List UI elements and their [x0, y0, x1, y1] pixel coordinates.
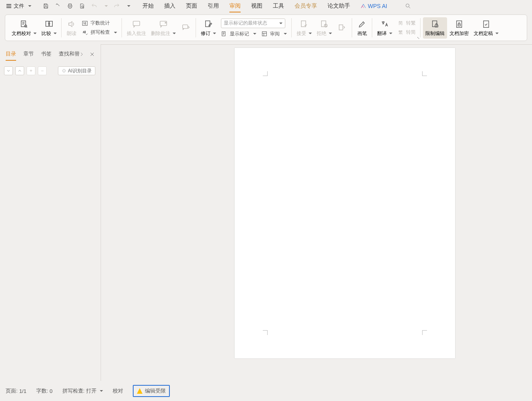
show-markup-button[interactable]: 显示标记: [221, 31, 256, 37]
redo-icon[interactable]: [113, 3, 120, 9]
delete-comment-button[interactable]: 删除批注: [148, 17, 178, 39]
sidebar-tab-find-replace[interactable]: 查找和替: [59, 50, 80, 58]
tab-reference[interactable]: 引用: [208, 1, 219, 11]
sidebar-close-icon[interactable]: [89, 51, 95, 58]
document-canvas[interactable]: [101, 44, 532, 381]
tab-tools[interactable]: 工具: [273, 1, 284, 11]
chevron-down-icon: [173, 33, 176, 34]
read-aloud-label: 朗读: [67, 30, 76, 37]
doc-compare-icon: [19, 19, 29, 29]
accept-label: 接受: [297, 30, 306, 37]
chevron-down-icon: [33, 33, 37, 34]
search-icon[interactable]: [405, 3, 411, 9]
insert-comment-label: 插入批注: [127, 30, 146, 37]
tab-start[interactable]: 开始: [142, 1, 154, 11]
traditional-char-icon: 繁: [397, 29, 404, 36]
undo-dropdown-icon[interactable]: [105, 5, 108, 7]
print-preview-icon[interactable]: [79, 3, 85, 9]
change-nav-icon: [337, 23, 347, 33]
chevron-down-icon: [213, 33, 216, 34]
toc-next-button[interactable]: [4, 66, 13, 75]
comment-nav-button[interactable]: [178, 21, 194, 35]
svg-rect-7: [133, 21, 140, 25]
accept-button[interactable]: 接受: [294, 17, 314, 39]
print-icon[interactable]: [67, 3, 73, 9]
delete-comment-label: 删除批注: [151, 30, 170, 37]
pen-icon: [357, 19, 367, 29]
tab-thesis[interactable]: 论文助手: [328, 1, 350, 11]
tab-insert[interactable]: 插入: [164, 1, 175, 11]
tab-member[interactable]: 会员专享: [295, 1, 317, 11]
tab-review[interactable]: 审阅: [229, 1, 241, 11]
chevron-down-icon: [284, 33, 287, 35]
svg-rect-21: [484, 21, 489, 27]
status-page[interactable]: 页面: 1/1: [6, 387, 27, 395]
review-pane-label: 审阅: [270, 31, 280, 37]
delete-comment-icon: [158, 19, 169, 29]
chevron-down-icon: [114, 32, 117, 33]
to-traditional-button[interactable]: 简 转繁: [397, 20, 416, 27]
restrict-editing-button[interactable]: 限制编辑: [423, 17, 447, 39]
finalize-doc-button[interactable]: 文档定稿: [471, 17, 501, 39]
tab-view[interactable]: 视图: [251, 1, 262, 11]
reject-button[interactable]: 拒绝: [314, 17, 334, 39]
chevron-down-icon: [279, 23, 282, 24]
sidebar-tab-bookmark[interactable]: 书签: [41, 50, 52, 58]
page-margin-corner: [263, 330, 268, 335]
save-icon[interactable]: [43, 3, 49, 9]
status-word-count[interactable]: 字数: 0: [36, 387, 53, 395]
svg-rect-12: [262, 32, 267, 36]
to-traditional-label: 转繁: [406, 20, 416, 27]
svg-rect-2: [21, 21, 26, 27]
display-mode-value: 显示标记的最终状态: [224, 20, 267, 27]
toc-prev-button[interactable]: [15, 66, 24, 75]
hamburger-icon: [6, 4, 11, 8]
ai-toc-button[interactable]: AI识别目录: [58, 66, 95, 75]
encrypt-doc-icon: [454, 19, 464, 29]
ribbon: 文档校对 比较 朗读 字数统计 拼写检查 插入批注: [5, 14, 527, 41]
change-nav-button[interactable]: [334, 21, 350, 35]
qat-more-icon[interactable]: [127, 5, 130, 7]
toc-expand-button[interactable]: +: [27, 66, 35, 75]
sync-icon[interactable]: [55, 3, 61, 9]
insert-comment-button[interactable]: 插入批注: [124, 17, 148, 39]
spell-check-label: 拼写检查: [91, 29, 110, 36]
encrypt-doc-label: 文档加密: [450, 30, 469, 37]
status-proofread[interactable]: 校对: [113, 387, 123, 395]
sidebar-tab-scroll-icon[interactable]: [78, 51, 85, 58]
tab-wpsai[interactable]: WPS AI: [361, 1, 387, 11]
read-aloud-button[interactable]: 朗读: [64, 17, 79, 39]
status-edit-restricted-label: 编辑受限: [145, 387, 166, 395]
sidebar-tab-chapter[interactable]: 章节: [23, 50, 34, 58]
status-page-value: 1/1: [19, 388, 27, 394]
encrypt-doc-button[interactable]: 文档加密: [447, 17, 471, 39]
sidebar-tab-toc[interactable]: 目录: [6, 50, 16, 58]
status-word-value: 0: [49, 388, 52, 394]
translate-button[interactable]: 翻译: [375, 17, 395, 39]
file-menu[interactable]: 文件: [3, 1, 35, 11]
to-simplified-button[interactable]: 繁 转简: [397, 29, 416, 36]
svg-rect-14: [322, 21, 326, 27]
spell-check-button[interactable]: 拼写检查: [82, 29, 117, 36]
chevron-down-icon: [100, 390, 103, 392]
read-aloud-icon: [66, 19, 77, 29]
doc-compare-button[interactable]: 文档校对: [9, 17, 39, 39]
compare-button[interactable]: 比较: [39, 17, 59, 39]
reject-icon: [319, 19, 330, 29]
review-pane-button[interactable]: 审阅: [261, 31, 287, 37]
track-changes-button[interactable]: 修订: [198, 17, 219, 39]
status-spell-check[interactable]: 拼写检查: 打开: [62, 387, 103, 395]
tab-page[interactable]: 页面: [186, 1, 197, 11]
group-launcher-icon[interactable]: ⤡: [417, 36, 420, 40]
undo-icon[interactable]: [91, 3, 97, 9]
toc-collapse-button[interactable]: −: [38, 66, 47, 75]
page-margin-corner: [422, 71, 427, 76]
status-edit-restricted[interactable]: 编辑受限: [133, 385, 170, 397]
display-mode-dropdown[interactable]: 显示标记的最终状态: [221, 19, 285, 28]
pen-button[interactable]: 画笔: [355, 17, 370, 39]
show-markup-icon: [221, 31, 227, 37]
document-page[interactable]: [235, 48, 455, 358]
word-count-button[interactable]: 字数统计: [82, 20, 117, 27]
word-count-label: 字数统计: [91, 20, 110, 27]
review-pane-icon: [261, 31, 268, 37]
